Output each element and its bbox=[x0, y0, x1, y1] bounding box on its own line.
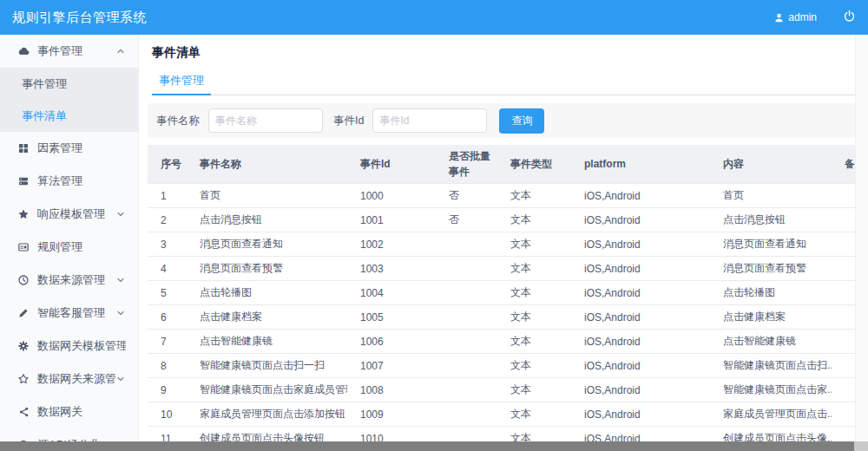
table-cell bbox=[436, 257, 497, 281]
sidebar-item-label: 算法管理 bbox=[37, 173, 126, 189]
table-cell bbox=[436, 232, 497, 257]
h-scrollbar-thumb[interactable] bbox=[0, 441, 854, 451]
table-cell: 点击健康档案 bbox=[710, 305, 832, 330]
table-cell: 家庭成员管理页面点击添加按钮 bbox=[187, 402, 347, 427]
table-cell bbox=[832, 281, 855, 305]
table-cell: iOS,Android bbox=[571, 305, 710, 330]
event-name-input[interactable] bbox=[208, 108, 323, 133]
table-cell bbox=[832, 257, 855, 281]
table-cell: 点击轮播图 bbox=[710, 281, 832, 305]
sidebar-item-label: 规则管理 bbox=[37, 239, 126, 255]
sidebar: 事件管理事件管理事件清单因素管理算法管理响应模板管理规则管理数据来源管理智能客服… bbox=[0, 35, 139, 451]
card-icon bbox=[17, 241, 30, 253]
star-icon bbox=[17, 208, 30, 220]
table-cell bbox=[436, 281, 497, 305]
search-button[interactable]: 查询 bbox=[499, 108, 544, 134]
table-row: 9智能健康镜页面点击家庭成员管理1008文本iOS,Android智能健康镜页面… bbox=[148, 378, 855, 402]
column-header: 内容 bbox=[710, 145, 832, 184]
table-cell: 文本 bbox=[497, 184, 571, 208]
table-cell: 首页 bbox=[187, 184, 347, 208]
sidebar-item[interactable]: 数据网关模板管理 bbox=[0, 330, 138, 363]
table-cell: 8 bbox=[148, 354, 187, 378]
sidebar-item[interactable]: 响应模板管理 bbox=[0, 198, 138, 231]
table-cell: 文本 bbox=[497, 208, 571, 232]
table-cell: 文本 bbox=[497, 305, 571, 330]
table-cell: iOS,Android bbox=[571, 378, 710, 402]
power-button[interactable] bbox=[843, 10, 856, 25]
table-cell: 文本 bbox=[497, 232, 571, 257]
table-cell: 10 bbox=[148, 402, 187, 427]
app-title: 规则引擎后台管理系统 bbox=[12, 10, 147, 26]
table-cell: iOS,Android bbox=[571, 402, 710, 427]
table-cell bbox=[436, 402, 497, 427]
h-scrollbar bbox=[0, 441, 868, 451]
event-id-label: 事件Id bbox=[333, 114, 364, 128]
table-cell: 否 bbox=[436, 208, 497, 232]
table-header-row: 序号事件名称事件Id是否批量事件事件类型platform内容备注 bbox=[148, 145, 855, 184]
table-row: 3消息页面查看通知1002文本iOS,Android消息页面查看通知 bbox=[148, 232, 855, 257]
table-cell: 1007 bbox=[347, 354, 436, 378]
table-cell: 消息页面查看预警 bbox=[187, 257, 347, 281]
event-id-input[interactable] bbox=[372, 108, 487, 133]
tab-event-management[interactable]: 事件管理 bbox=[152, 67, 211, 95]
star-outline-icon bbox=[17, 373, 30, 385]
table-cell: 家庭成员管理页面点击... bbox=[710, 402, 832, 427]
table-cell: 文本 bbox=[497, 257, 571, 281]
table-cell: 点击消息按钮 bbox=[710, 208, 832, 232]
table-cell: iOS,Android bbox=[571, 354, 710, 378]
column-header: 事件类型 bbox=[497, 145, 571, 184]
table-cell: 1004 bbox=[347, 281, 436, 305]
table-row: 2点击消息按钮1001否文本iOS,Android点击消息按钮 bbox=[148, 208, 855, 232]
table-cell: 1001 bbox=[347, 208, 436, 232]
table-cell: 1002 bbox=[347, 232, 436, 257]
sidebar-item[interactable]: 算法管理 bbox=[0, 165, 138, 198]
table-cell: 6 bbox=[148, 305, 187, 330]
table-cell: 点击轮播图 bbox=[187, 281, 347, 305]
table-cell: 文本 bbox=[497, 330, 571, 354]
table-cell bbox=[832, 354, 855, 378]
table-cell bbox=[436, 305, 497, 330]
header-right: admin bbox=[773, 10, 856, 25]
table-cell: iOS,Android bbox=[571, 281, 710, 305]
table-cell: 点击健康档案 bbox=[187, 305, 347, 330]
sidebar-item[interactable]: 数据网关来源管理 bbox=[0, 363, 138, 395]
sidebar-subitem[interactable]: 事件管理 bbox=[0, 68, 138, 100]
table-cell: 7 bbox=[148, 330, 187, 354]
table-cell: 智能健康镜页面点击扫一扫 bbox=[187, 354, 347, 378]
chevron-up-icon bbox=[115, 46, 126, 56]
event-name-label: 事件名称 bbox=[156, 114, 200, 128]
table-cell: 文本 bbox=[497, 281, 571, 305]
table-cell bbox=[832, 184, 855, 208]
chevron-down-icon bbox=[115, 374, 126, 384]
user-icon bbox=[773, 12, 785, 23]
sidebar-item[interactable]: 智能客服管理 bbox=[0, 297, 138, 330]
table-cell bbox=[832, 232, 855, 257]
sidebar-item[interactable]: 规则管理 bbox=[0, 231, 138, 264]
app-header: 规则引擎后台管理系统 admin bbox=[0, 0, 868, 35]
sidebar-subitem[interactable]: 事件清单 bbox=[0, 100, 138, 132]
column-header: 是否批量事件 bbox=[436, 145, 497, 184]
sidebar-item[interactable]: 事件管理 bbox=[0, 35, 138, 68]
sidebar-item-label: 智能客服管理 bbox=[37, 305, 115, 321]
grid-icon bbox=[17, 142, 30, 154]
table-cell bbox=[832, 208, 855, 232]
power-icon bbox=[843, 10, 856, 25]
table-cell: 智能健康镜页面点击家庭成员管理 bbox=[187, 378, 347, 402]
table-cell: 智能健康镜页面点击家... bbox=[710, 378, 832, 402]
sidebar-item[interactable]: 数据网关 bbox=[0, 395, 138, 428]
table-cell: iOS,Android bbox=[571, 330, 710, 354]
table-cell: iOS,Android bbox=[571, 257, 710, 281]
table-cell: 1003 bbox=[347, 257, 436, 281]
user-menu[interactable]: admin bbox=[773, 11, 817, 23]
table-cell: 否 bbox=[436, 184, 497, 208]
table-cell: 1006 bbox=[347, 330, 436, 354]
table-cell: 1 bbox=[148, 184, 187, 208]
sidebar-item[interactable]: 数据来源管理 bbox=[0, 264, 138, 297]
table-cell: 1005 bbox=[347, 305, 436, 330]
table-cell: 文本 bbox=[497, 402, 571, 427]
sidebar-item-label: 事件清单 bbox=[22, 108, 126, 124]
table-cell: 点击消息按钮 bbox=[187, 208, 347, 232]
table-cell: 消息页面查看通知 bbox=[710, 232, 832, 257]
stack-icon bbox=[17, 175, 30, 187]
sidebar-item[interactable]: 因素管理 bbox=[0, 132, 138, 165]
